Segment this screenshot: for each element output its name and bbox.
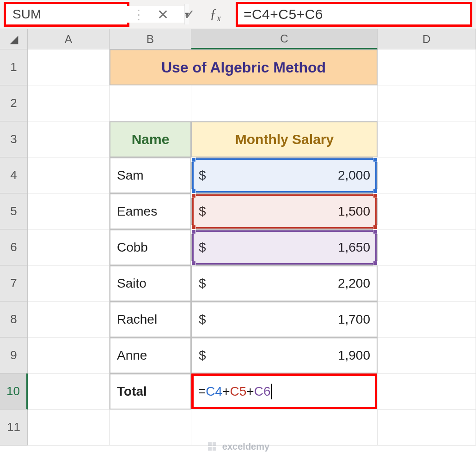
currency-icon: $ [199,276,206,291]
cell-A7[interactable] [28,265,110,301]
cell-B2[interactable] [110,85,191,121]
salary-value: 1,900 [338,348,370,363]
separator-icon: ⋮ [132,0,145,29]
cell-A9[interactable] [28,337,110,374]
formula-input-highlight: =C4+C5+C6 [236,2,472,27]
cell-D7[interactable] [378,265,476,301]
row-header-8[interactable]: 8 [0,301,28,337]
cell-D10[interactable] [378,374,476,410]
cell-A2[interactable] [28,85,110,121]
currency-icon: $ [199,348,206,363]
cell-A10[interactable] [28,374,110,410]
cell-A5[interactable] [28,193,110,229]
active-cell-formula[interactable]: =C4+C5+C6 [191,374,377,409]
col-header-C[interactable]: C [191,29,378,49]
row-header-5[interactable]: 5 [0,193,28,229]
cell-B11[interactable] [110,410,191,446]
salary-value: 1,650 [338,240,370,255]
cell-B8[interactable]: Rachel [110,301,191,337]
formula-bar: ▾ ⋮ ✕ ✓ ƒx =C4+C5+C6 [0,0,476,29]
cell-B10[interactable]: Total [110,374,191,410]
spreadsheet-grid[interactable]: ◢ A B C D 1 Use of Algebric Method 2 3 N… [0,29,476,446]
cell-A3[interactable] [28,121,110,157]
col-header-B[interactable]: B [110,29,191,49]
currency-icon: $ [199,312,206,327]
cell-A8[interactable] [28,301,110,337]
currency-icon: $ [199,204,206,219]
insert-function-icon[interactable]: ƒx [210,6,221,24]
salary-value: 1,700 [338,312,370,327]
cell-D6[interactable] [378,229,476,265]
row-header-1[interactable]: 1 [0,49,28,85]
text-cursor-icon [271,384,272,399]
cell-D8[interactable] [378,301,476,337]
table-header-name[interactable]: Name [110,121,191,157]
cell-D4[interactable] [378,157,476,193]
salary-value: 2,000 [338,168,370,183]
cell-D5[interactable] [378,193,476,229]
cancel-icon[interactable]: ✕ [157,6,169,23]
row-header-11[interactable]: 11 [0,410,28,446]
formula-bar-buttons: ✕ ✓ ƒx [145,0,233,29]
cell-B6[interactable]: Cobb [110,229,191,265]
cell-C7[interactable]: $ 2,200 [191,265,378,301]
cell-D2[interactable] [378,85,476,121]
row-header-7[interactable]: 7 [0,265,28,301]
table-header-salary[interactable]: Monthly Salary [191,121,378,157]
row-header-6[interactable]: 6 [0,229,28,265]
cell-B9[interactable]: Anne [110,337,191,374]
cell-C4[interactable]: $ 2,000 [191,157,378,193]
cell-A1[interactable] [28,49,110,85]
cell-C5[interactable]: $ 1,500 [191,193,378,229]
row-header-10[interactable]: 10 [0,374,28,410]
name-box-highlight: ▾ [4,2,129,27]
cell-C2[interactable] [191,85,378,121]
col-header-A[interactable]: A [28,29,110,49]
cell-B4[interactable]: Sam [110,157,191,193]
cell-C8[interactable]: $ 1,700 [191,301,378,337]
cell-B5[interactable]: Eames [110,193,191,229]
cell-C6[interactable]: $ 1,650 [191,229,378,265]
col-header-D[interactable]: D [378,29,476,49]
formula-ref-1: C4 [206,384,222,399]
formula-ref-3: C6 [254,384,271,399]
row-header-3[interactable]: 3 [0,121,28,157]
currency-icon: $ [199,240,206,255]
salary-value: 2,200 [338,276,370,291]
enter-icon[interactable]: ✓ [183,6,195,23]
cell-D9[interactable] [378,337,476,374]
salary-value: 1,500 [338,204,370,219]
formula-ref-2: C5 [230,384,247,399]
cell-A4[interactable] [28,157,110,193]
row-header-4[interactable]: 4 [0,157,28,193]
row-header-9[interactable]: 9 [0,337,28,374]
select-all-corner[interactable]: ◢ [0,29,28,49]
row-header-2[interactable]: 2 [0,85,28,121]
cell-C11[interactable] [191,410,378,446]
formula-op-1: + [222,384,230,399]
cell-D3[interactable] [378,121,476,157]
cell-B7[interactable]: Saito [110,265,191,301]
cell-C10[interactable]: =C4+C5+C6 [191,374,378,410]
cell-C9[interactable]: $ 1,900 [191,337,378,374]
cell-A11[interactable] [28,410,110,446]
cell-D1[interactable] [378,49,476,85]
cell-A6[interactable] [28,229,110,265]
formula-input[interactable]: =C4+C5+C6 [244,6,323,22]
page-title: Use of Algebric Method [110,49,378,85]
currency-icon: $ [199,168,206,183]
formula-op-2: + [246,384,254,399]
title-cell[interactable]: Use of Algebric Method [110,49,378,85]
cell-D11[interactable] [378,410,476,446]
formula-eq: = [198,384,206,399]
